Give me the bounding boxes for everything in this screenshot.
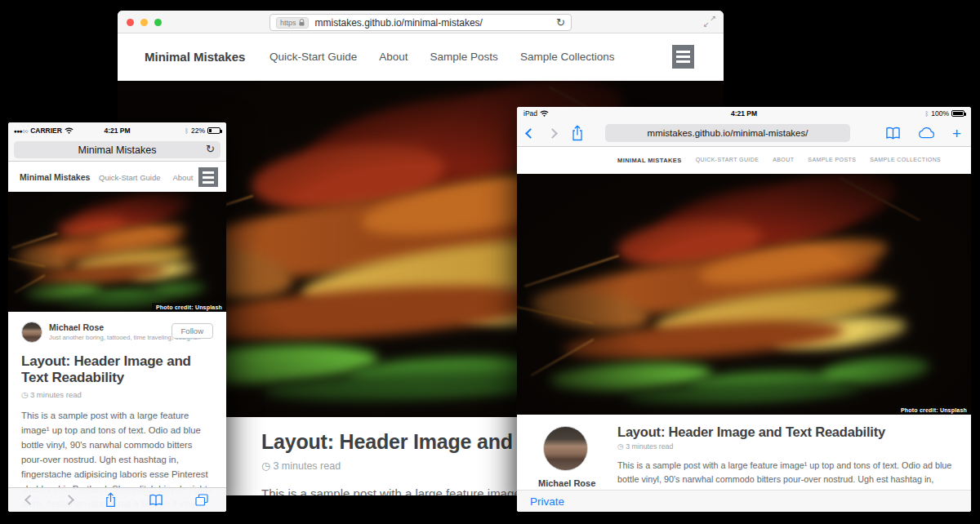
reload-icon[interactable]: ↻ xyxy=(556,16,565,29)
private-browsing-bar: Private xyxy=(517,490,971,512)
header-image: Photo credit: Unsplash xyxy=(8,192,226,312)
tabs-icon[interactable] xyxy=(195,494,208,506)
avatar xyxy=(543,426,588,471)
desktop-site-nav: Minimal Mistakes Quick-Start Guide About… xyxy=(118,33,724,80)
post-title: Layout: Header Image and Text Readabilit… xyxy=(21,353,213,386)
iphone-status-bar: ●●●○○ CARRIER 4:21 PM ᛒ 22% xyxy=(8,122,226,139)
battery-percent: 100% xyxy=(931,109,949,118)
nav-link-quick-start[interactable]: Quick-Start Guide xyxy=(270,51,357,63)
composite-canvas: https mmistakes.github.io/minimal-mistak… xyxy=(0,0,980,524)
private-button[interactable]: Private xyxy=(530,495,564,508)
nav-link-about[interactable]: About xyxy=(773,157,794,164)
post-meta: ◷ 3 minutes read xyxy=(617,442,959,451)
nav-link-quick-start[interactable]: Quick-Start Guide xyxy=(99,173,161,182)
share-icon[interactable] xyxy=(105,492,117,508)
site-brand-link[interactable]: Minimal Mistakes xyxy=(145,50,245,64)
header-image: Photo credit: Unsplash xyxy=(517,174,971,415)
iphone-bottom-toolbar xyxy=(8,487,226,512)
back-icon[interactable] xyxy=(525,128,536,139)
share-icon[interactable] xyxy=(571,125,584,141)
read-time: 3 minutes read xyxy=(273,460,341,472)
minimize-window-button[interactable] xyxy=(140,19,148,26)
lock-icon xyxy=(299,19,305,26)
new-tab-icon[interactable]: + xyxy=(952,126,961,141)
ipad-toolbar: mmistakes.github.io/minimal-mistakes/ + xyxy=(517,120,971,147)
nav-link-sample-posts[interactable]: Sample Posts xyxy=(430,51,498,63)
menu-hamburger-icon[interactable] xyxy=(198,167,218,187)
follow-button[interactable]: Follow xyxy=(172,323,213,339)
https-badge: https xyxy=(276,17,309,29)
status-time: 4:21 PM xyxy=(517,109,971,118)
desktop-browser-chrome: https mmistakes.github.io/minimal-mistak… xyxy=(118,11,724,33)
menu-hamburger-icon[interactable] xyxy=(672,45,694,69)
window-controls xyxy=(127,19,162,26)
url-text: mmistakes.github.io/minimal-mistakes/ xyxy=(648,128,808,138)
post-meta: ◷ 3 minutes read xyxy=(21,390,213,399)
ipad-address-bar[interactable]: mmistakes.github.io/minimal-mistakes/ xyxy=(605,124,850,142)
iphone-browser-window: ●●●○○ CARRIER 4:21 PM ᛒ 22% Minimal Mist… xyxy=(8,122,226,512)
page-title-in-urlbar: Minimal Mistakes xyxy=(78,144,157,156)
clock-icon: ◷ xyxy=(21,390,28,399)
close-window-button[interactable] xyxy=(127,19,134,26)
iphone-post-content: Michael Rose Just another boring, tattoo… xyxy=(8,312,226,512)
forward-icon[interactable] xyxy=(64,495,74,505)
bookmarks-icon[interactable] xyxy=(149,494,163,506)
bluetooth-icon: ᛒ xyxy=(185,127,189,135)
battery-percent: 22% xyxy=(191,127,205,135)
battery-icon xyxy=(951,110,964,117)
nav-link-quick-start[interactable]: Quick-Start Guide xyxy=(696,157,760,164)
nav-link-sample-collections[interactable]: Sample Collections xyxy=(870,157,941,164)
fullscreen-icon[interactable]: ↗↙ xyxy=(703,15,716,28)
battery-icon xyxy=(207,127,220,134)
read-time: 3 minutes read xyxy=(626,442,673,451)
iphone-nav-links: Quick-Start Guide About xyxy=(99,173,193,182)
bluetooth-icon: ᛒ xyxy=(924,110,929,118)
ipad-browser-window: iPad 4:21 PM ᛒ 100% mmistakes.github.io/… xyxy=(517,107,971,512)
url-text: mmistakes.github.io/minimal-mistakes/ xyxy=(315,17,557,29)
author-row: Michael Rose Just another boring, tattoo… xyxy=(21,322,213,343)
clock-icon: ◷ xyxy=(261,460,270,472)
bookmarks-icon[interactable] xyxy=(885,127,901,140)
nav-link-sample-collections[interactable]: Sample Collections xyxy=(520,51,615,63)
nav-link-about[interactable]: About xyxy=(173,173,194,182)
ipad-site-nav: Minimal Mistakes Quick-Start Guide About… xyxy=(517,147,971,174)
post-title: Layout: Header Image and Text Readabilit… xyxy=(617,424,959,440)
author-name: Michael Rose xyxy=(538,478,628,488)
zoom-window-button[interactable] xyxy=(154,19,162,26)
photo-credit-badge: Photo credit: Unsplash xyxy=(897,406,971,415)
back-icon[interactable] xyxy=(24,495,35,505)
iphone-address-bar[interactable]: Minimal Mistakes ↻ xyxy=(14,141,220,158)
site-brand-link[interactable]: Minimal Mistakes xyxy=(617,157,682,164)
avatar xyxy=(21,322,42,343)
clock-icon: ◷ xyxy=(617,442,624,451)
photo-credit-badge: Photo credit: Unsplash xyxy=(152,303,226,312)
read-time: 3 minutes read xyxy=(30,390,82,399)
https-label: https xyxy=(280,19,296,27)
nav-link-about[interactable]: About xyxy=(379,51,408,63)
iphone-site-nav: Minimal Mistakes Quick-Start Guide About xyxy=(8,162,226,192)
forward-icon[interactable] xyxy=(547,128,558,139)
site-brand-link[interactable]: Minimal Mistakes xyxy=(20,172,90,182)
reload-icon[interactable]: ↻ xyxy=(206,143,215,155)
ipad-status-bar: iPad 4:21 PM ᛒ 100% xyxy=(517,107,971,120)
nav-link-sample-posts[interactable]: Sample Posts xyxy=(808,157,856,164)
address-bar[interactable]: https mmistakes.github.io/minimal-mistak… xyxy=(270,14,572,31)
iphone-url-row: Minimal Mistakes ↻ xyxy=(8,139,226,162)
desktop-nav-links: Quick-Start Guide About Sample Posts Sam… xyxy=(270,51,614,63)
icloud-tabs-icon[interactable] xyxy=(917,127,936,140)
